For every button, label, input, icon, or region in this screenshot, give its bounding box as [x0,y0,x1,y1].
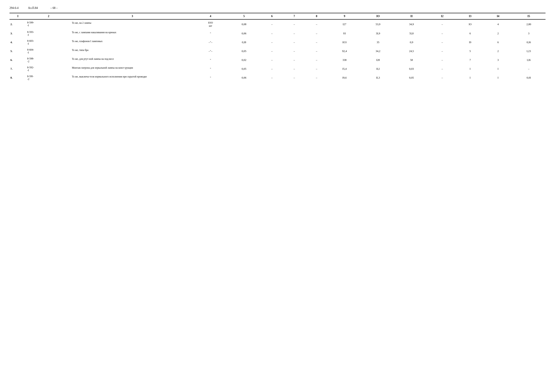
row-col10: 34,2 [361,47,395,56]
row-col10: 35 [361,38,395,47]
row-col5: 0,02 [227,56,261,64]
row-col4: " [194,56,227,64]
row-col14: 3 [484,56,512,64]
row-col8: – [305,19,328,29]
row-col7: – [283,29,305,38]
row-col8: – [305,73,328,82]
row-col13: I [456,73,484,82]
row-desc: То же, выключа-теля нормального исполнен… [71,73,194,82]
row-code: 8-604--I [26,47,71,56]
row-col11: 24,5 [395,47,428,56]
row-col6: – [261,38,283,47]
col-header-1: I [9,13,26,19]
row-col9: 92,4 [328,47,361,56]
table-row: 7.8-592--IМонтаж патрона для зеркальной … [9,64,546,73]
row-col10: I28 [361,56,395,64]
row-col5: 0,05 [227,64,261,73]
row-col14: 6 [484,38,512,47]
table-row: 3.8-593--IТо же, с лампами накаливания н… [9,29,546,38]
row-col6: – [261,29,283,38]
page-indicator: – 68 – [51,6,58,10]
row-col14: 2 [484,47,512,56]
row-col9: 93 [328,29,361,38]
row-col11: 0,05 [395,73,428,82]
row-col10: II,I [361,64,395,73]
row-num: 4. [9,38,26,47]
row-desc: То же, типа бра [71,47,194,56]
row-col15: 2,80 [512,19,546,29]
row-col7: – [283,56,305,64]
table-row: 5.8-604--IТо же, типа бра–"–0,05–––92,43… [9,47,546,56]
row-col5: 0,06 [227,29,261,38]
row-col15: 0,I6 [512,38,546,47]
row-code: 8-603--I [26,38,71,47]
row-col14: 4 [484,19,512,29]
table-row: 2.8-599--IТо же, на 2 лампыIOOшт0,08–––I… [9,19,546,29]
col-header-2: 2 [26,13,71,19]
col-header-5: 5 [227,13,261,19]
row-col11: 34,9 [395,19,428,29]
row-col8: – [305,56,328,64]
row-num: 2. [9,19,26,29]
row-col4: " [194,73,227,82]
col-header-7: 7 [283,13,305,19]
row-col15: I,23 [512,47,546,56]
row-col12: – [428,64,456,73]
row-col7: – [283,19,305,29]
row-col5: 0,I8 [227,38,261,47]
row-col9: I5,4 [328,64,361,73]
row-col13: 7 [456,56,484,64]
col-header-14: I4 [484,13,512,19]
row-col12: – [428,29,456,38]
row-col4: " [194,29,227,38]
row-col13: 6 [456,29,484,38]
row-col6: – [261,19,283,29]
row-num: 3. [9,29,26,38]
row-col5: 0,05 [227,47,261,56]
row-num: 5. [9,47,26,56]
row-col10: II,3 [361,73,395,82]
row-col6: – [261,56,283,64]
row-col13: I9 [456,38,484,47]
row-col11: 58 [395,56,428,64]
row-col7: – [283,73,305,82]
row-desc: То же, на 2 лампы [71,19,194,29]
row-col15: – [512,64,546,73]
row-col10: 53,9 [361,19,395,29]
row-col14: I [484,73,512,82]
table-header-row: I 2 3 4 5 6 7 8 9 IO II I2 I3 I4 I5 [9,13,546,19]
row-col7: – [283,47,305,56]
row-col10: 3I,9 [361,29,395,38]
row-col9: I9,6 [328,73,361,82]
row-col13: IO [456,19,484,29]
row-col6: – [261,64,283,73]
table-row: 8.8-59I--2То же, выключа-теля нормальног… [9,73,546,82]
row-col15: 3 [512,29,546,38]
doc-number: 294-6-4 [9,6,19,10]
col-header-11: II [395,13,428,19]
row-num: 7. [9,64,26,73]
row-col11: 0,03 [395,64,428,73]
main-table: I 2 3 4 5 6 7 8 9 IO II I2 I3 I4 I5 2.8-… [9,13,546,82]
header: 294-6-4 Ал.П.84 – 68 – [9,6,546,10]
row-desc: Монтаж патрона для зеркальной лампы на к… [71,64,194,73]
row-col8: – [305,64,328,73]
row-col6: – [261,73,283,82]
row-num: 8. [9,73,26,82]
row-col13: 5 [456,47,484,56]
row-col5: 0,06 [227,73,261,82]
row-col9: 338 [328,56,361,64]
row-desc: То же, плафонов I ламповых [71,38,194,47]
row-code: 8-598--2 [26,56,71,64]
row-col15: 0,0I [512,73,546,82]
row-col9: IO3 [328,38,361,47]
row-col7: – [283,64,305,73]
col-header-9: 9 [328,13,361,19]
row-col8: – [305,38,328,47]
row-col4: IOOшт [194,19,227,29]
row-col12: – [428,47,456,56]
col-header-15: I5 [512,13,546,19]
row-col7: – [283,38,305,47]
row-col9: I27 [328,19,361,29]
col-header-8: 8 [305,13,328,19]
